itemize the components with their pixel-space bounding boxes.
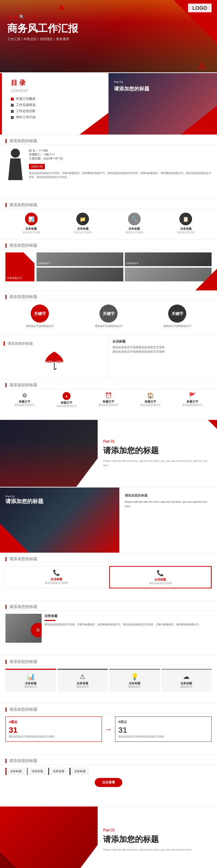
- slide-icons: 请添加您的标题 📊 业务标题 请添加文字说明 📁 业务标题 请添加文字说明 🔧 …: [0, 199, 217, 239]
- part-num-2: Part 01: [103, 828, 212, 832]
- person-body: [8, 158, 23, 180]
- part-slide2-right: Part 01 请添加您的标题 Please add the title tex…: [98, 807, 217, 868]
- toc-dot-4: [11, 116, 14, 119]
- slide9-content: 业 业务标题 请在此处添加您的文字内容，尽量与标题相关，保持整体的美观大气，请在…: [0, 611, 217, 646]
- circle-item-3: 关键字 请添加文字说明添加文字: [163, 305, 191, 328]
- slide-toc: 目 录 CONTENT 年度工作概述 工作完成情况 工作总结分析 明年工作计划: [0, 73, 217, 135]
- img-item-2: 业务标题文字: [125, 252, 212, 266]
- part-main-title-2: 请添加您的标题: [103, 834, 212, 845]
- step-3: ⏰ 标题文字 请在此处添加文字: [98, 392, 119, 408]
- slide9-header: 请添加您的标题: [0, 601, 217, 611]
- umbrella-header: 请添加您的标题: [4, 341, 105, 348]
- slide12-header: 请添加您的标题: [0, 755, 217, 765]
- step-5: 🚩 标题文字 请在此处添加文字: [182, 392, 203, 408]
- toc-city-img: Part 01 请添加您的标题: [109, 73, 217, 135]
- circle-2-desc: 请添加文字说明添加文字: [95, 324, 123, 328]
- b-box: B观点 31 请在此添加文字说明请在此添加文字说明: [115, 716, 212, 742]
- person-desc: 请在此处添加您的文字内容，尽量与标题相关，保持整体的美观大气，请在此处添加您的文…: [29, 171, 212, 179]
- circle-1: 关键字: [31, 305, 49, 323]
- slide3-header: 请添加您的标题: [0, 135, 217, 145]
- categories-row: 业务标题 业务标题 业务标题 业务标题: [5, 768, 212, 775]
- part-slide2-left: [0, 807, 98, 868]
- img-red-main: 业务标题文字: [5, 252, 34, 281]
- categories-content: 业务标题 业务标题 业务标题 业务标题 点击查看: [0, 765, 217, 790]
- img-label-main: 业务标题文字: [7, 276, 22, 280]
- icon5: ☰: [33, 14, 37, 20]
- slide-compare-boxes: 请添加您的标题 📞 企业标题 请在此添加文字说明 📞 企业标题 请在此添加文字说…: [0, 553, 217, 600]
- slide-steps: 请添加您的标题 ⚙ 标题文字 请在此处添加文字 ● 标题文字 请在此处添加文字 …: [0, 379, 217, 419]
- cat-3: 业务标题: [48, 768, 68, 775]
- part-desc-2: Please add the title text here, add the …: [103, 848, 212, 852]
- icon2: ◆: [14, 14, 17, 20]
- part-main-title-1: 请添加您的标题: [103, 445, 212, 456]
- city-tri: [181, 106, 217, 135]
- a-box: A观点 31 请在此添加文字说明请在此添加文字说明: [5, 716, 102, 742]
- umbrella-text-block: 企业标题 请在此添加文字说明请在此添加文字说明 请在此添加文字说明请在此添加文字…: [112, 339, 213, 354]
- img-label-2: 业务标题文字: [126, 262, 139, 265]
- part-num-1: Part 01: [103, 439, 212, 443]
- box-1: 📊 业务标题 请添加文字: [5, 669, 56, 692]
- slide-categories: 请添加您的标题 业务标题 业务标题 业务标题 业务标题 点击查看: [0, 755, 217, 806]
- cat-4: 业务标题: [69, 768, 89, 775]
- umbrella-left: 请添加您的标题: [0, 335, 109, 379]
- toc-item-3: 工作总结分析: [11, 109, 101, 114]
- slide-four-boxes: 请添加您的标题 📊 业务标题 请添加文字 ⚠ 业务标题 请添加文字 💡 业务标题…: [0, 656, 217, 703]
- img-grid-row: 业务标题文字 业务标题文字 业务标题文字: [0, 250, 217, 284]
- slide5-tri: [195, 269, 217, 290]
- circles-row: 关键字 请添加文字说明添加文字 关键字 请添加文字说明添加文字 关键字 请添加文…: [0, 301, 217, 332]
- part-desc-1: Please add the title text here, add the …: [103, 459, 212, 468]
- icon3: 🔍: [19, 14, 25, 20]
- part-deco-tri: [208, 420, 217, 429]
- icon1: ▲: [7, 14, 12, 20]
- part-right-text: 请添加您的标题 Please add the title text here, …: [119, 488, 217, 553]
- cover-main-title: 商务风工作汇报: [7, 22, 78, 35]
- person-details: 姓 名：***小组 所属部门：**部门*** 汇报日期：2024年**月**日: [29, 149, 212, 161]
- logo-text: LOGO: [192, 5, 207, 11]
- icon-circle-4: 📋: [179, 213, 192, 225]
- red-line-12: [5, 759, 7, 763]
- four-boxes-row: 📊 业务标题 请添加文字 ⚠ 业务标题 请添加文字 💡 业务标题 请添加文字 ☁…: [0, 666, 217, 694]
- slide-img-grid: 请添加您的标题 业务标题文字 业务标题文字 业务标题文字: [0, 240, 217, 290]
- toc-left: 目 录 CONTENT 年度工作概述 工作完成情况 工作总结分析 明年工作计划: [0, 73, 109, 135]
- circle-item-1: 关键字 请添加文字说明添加文字: [26, 305, 54, 328]
- toc-title: 目 录: [11, 78, 101, 87]
- part-title: 请添加您的标题: [114, 86, 149, 92]
- red-line-8: [5, 557, 7, 561]
- red-line-umbrella: [4, 341, 5, 346]
- cat-1: 业务标题: [5, 768, 25, 775]
- toc-dot-3: [11, 110, 14, 113]
- toc-item-1: 年度工作概述: [11, 97, 101, 101]
- slide8-header: 请添加您的标题: [0, 553, 217, 563]
- icon-item-3: 🔧 业务标题 请添加文字说明: [109, 213, 160, 234]
- view-more-button[interactable]: 点击查看: [95, 778, 122, 787]
- part-label: Part 01: [114, 80, 123, 84]
- compare-boxes-row: 📞 企业标题 请在此添加文字说明 📞 企业标题 请在此添加文字说明: [0, 563, 217, 591]
- umbrella-svg: [43, 350, 65, 371]
- steps-row: ⚙ 标题文字 请在此处添加文字 ● 标题文字 请在此处添加文字 ⏰ 标题文字 请…: [0, 389, 217, 411]
- icon-circle-1: 📊: [25, 213, 38, 225]
- toc-left-bar: [0, 73, 2, 135]
- toc-dot-1: [11, 98, 14, 101]
- step-4: 🏠 标题文字 请在此处添加文字: [140, 392, 161, 408]
- circle-3-desc: 请添加文字说明添加文字: [163, 324, 191, 328]
- toc-dot-2: [11, 104, 14, 107]
- slide-part-right: Part 01 请添加您的标题 请添加您的标题 Please add the t…: [0, 488, 217, 553]
- box-2: ⚠ 业务标题 请添加文字: [58, 669, 108, 692]
- slide5-header: 请添加您的标题: [0, 240, 217, 250]
- slide10-header: 请添加您的标题: [0, 656, 217, 666]
- icon-circle-3: 🔧: [128, 213, 141, 225]
- compare-box-1: 📞 企业标题 请在此添加文字说明: [5, 566, 107, 588]
- logo-box: LOGO: [188, 4, 212, 12]
- part-right-tri: [0, 524, 29, 553]
- slide-circles: 请添加您的标题 关键字 请添加文字说明添加文字 关键字 请添加文字说明添加文字 …: [0, 291, 217, 335]
- img-tri: [24, 252, 34, 263]
- arrow-between: →: [105, 725, 112, 733]
- red-line-5: [5, 243, 7, 248]
- slide7-header: 请添加您的标题: [0, 379, 217, 389]
- icon-row: ▲ ◆ 🔍 ◻ ☰: [7, 14, 78, 20]
- toc-item-4: 明年工作计划: [11, 115, 101, 120]
- part-slide-2: Part 01 请添加您的标题 Please add the title tex…: [0, 807, 217, 868]
- img-item-3: [37, 268, 123, 281]
- icon4: ◻: [27, 14, 30, 20]
- part-tri: [76, 458, 98, 487]
